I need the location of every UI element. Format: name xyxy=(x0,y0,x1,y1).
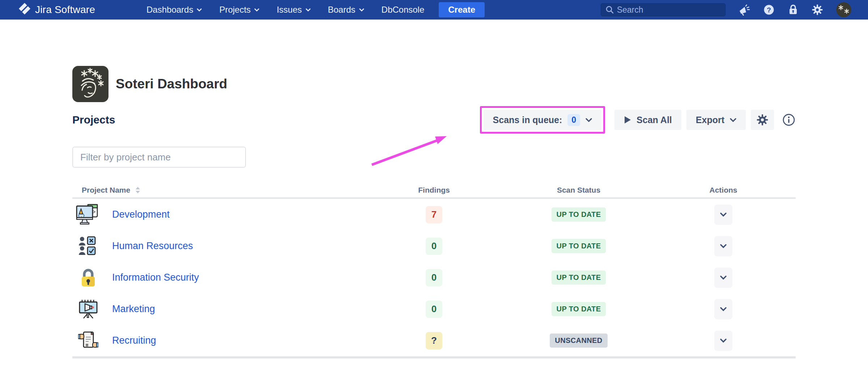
findings-badge: 0 xyxy=(426,238,442,255)
nav-item-projects[interactable]: Projects xyxy=(219,5,259,15)
jira-brand[interactable]: Jira Software xyxy=(18,2,95,18)
chevron-down-icon xyxy=(306,8,311,12)
lock-icon[interactable] xyxy=(788,4,799,16)
findings-badge: ? xyxy=(426,332,442,349)
settings-button[interactable] xyxy=(751,110,774,130)
project-link[interactable]: Information Security xyxy=(112,272,199,283)
table-row: Recruiting ? UNSCANNED xyxy=(72,325,796,356)
chevron-down-icon xyxy=(720,276,727,280)
chevron-down-icon xyxy=(720,244,727,248)
create-button[interactable]: Create xyxy=(439,2,485,17)
search-icon xyxy=(605,5,613,14)
table-header: Project Name Findings Scan Status Action… xyxy=(72,183,796,199)
project-link[interactable]: Human Resources xyxy=(112,240,193,252)
sort-icon xyxy=(135,186,140,194)
nav-item-dashboards[interactable]: Dashboards xyxy=(146,5,202,15)
play-icon xyxy=(624,116,631,124)
top-navbar: Jira Software Dashboards Projects Issues… xyxy=(0,0,868,20)
marketing-icon xyxy=(75,299,102,319)
search-input[interactable] xyxy=(617,5,721,15)
row-actions-button[interactable] xyxy=(714,205,732,225)
scan-all-button[interactable]: Scan All xyxy=(614,110,681,130)
nav-item-dbconsole[interactable]: DbConsole xyxy=(382,5,425,15)
scans-in-queue-label: Scans in queue: xyxy=(493,115,562,125)
scans-in-queue-count: 0 xyxy=(567,114,580,126)
gear-icon[interactable] xyxy=(812,4,823,16)
information-security-icon xyxy=(75,268,102,288)
user-avatar[interactable] xyxy=(836,2,851,17)
filter-section xyxy=(72,147,796,168)
table-body: <> {.} Development 7 UP TO DATE xyxy=(72,199,796,358)
status-badge: UP TO DATE xyxy=(552,239,606,253)
chevron-down-icon xyxy=(730,118,736,122)
export-button[interactable]: Export xyxy=(686,110,746,130)
projects-heading: Projects xyxy=(72,114,115,126)
projects-table: Project Name Findings Scan Status Action… xyxy=(72,183,796,358)
help-icon[interactable]: ? xyxy=(763,4,775,16)
table-row: Marketing 0 UP TO DATE xyxy=(72,293,796,325)
navbar-right: ? xyxy=(601,2,851,17)
main-content: Soteri Dashboard Projects Scans in queue… xyxy=(0,66,868,358)
recruiting-icon xyxy=(75,331,102,350)
scans-in-queue-button[interactable]: Scans in queue: 0 xyxy=(484,110,602,130)
announcement-icon[interactable] xyxy=(739,4,750,16)
toolbar-row: Projects Scans in queue: 0 Scan All Expo… xyxy=(72,106,796,134)
column-header-actions: Actions xyxy=(680,186,796,194)
status-badge: UP TO DATE xyxy=(552,207,606,222)
project-link[interactable]: Marketing xyxy=(112,303,155,315)
chevron-down-icon xyxy=(359,8,364,12)
info-icon xyxy=(782,113,796,127)
app-header: Soteri Dashboard xyxy=(72,66,796,102)
findings-badge: 0 xyxy=(426,301,442,318)
column-header-project-name[interactable]: Project Name xyxy=(72,186,391,194)
status-badge: UP TO DATE xyxy=(552,302,606,316)
findings-badge: 7 xyxy=(426,206,442,223)
development-icon: <> {.} xyxy=(75,204,102,226)
global-search[interactable] xyxy=(601,3,726,16)
status-badge: UP TO DATE xyxy=(552,270,606,285)
table-row: Human Resources 0 UP TO DATE xyxy=(72,230,796,262)
project-filter-input[interactable] xyxy=(72,147,246,168)
table-row: <> {.} Development 7 UP TO DATE xyxy=(72,199,796,230)
status-badge: UNSCANNED xyxy=(550,333,607,348)
nav-menu: Dashboards Projects Issues Boards DbCons… xyxy=(146,5,424,15)
soteri-logo xyxy=(72,66,109,102)
chevron-down-icon xyxy=(720,213,727,217)
chevron-down-icon xyxy=(254,8,259,12)
chevron-down-icon xyxy=(586,118,592,122)
nav-item-issues[interactable]: Issues xyxy=(277,5,310,15)
chevron-down-icon xyxy=(197,8,202,12)
human-resources-icon xyxy=(75,236,102,256)
page-title: Soteri Dashboard xyxy=(116,76,227,92)
findings-badge: 0 xyxy=(426,269,442,286)
row-actions-button[interactable] xyxy=(714,268,732,288)
svg-text:?: ? xyxy=(767,6,771,14)
chevron-down-icon xyxy=(720,339,727,343)
table-row: Information Security 0 UP TO DATE xyxy=(72,262,796,293)
jira-logo-icon xyxy=(18,2,31,18)
row-actions-button[interactable] xyxy=(714,331,732,351)
chevron-down-icon xyxy=(720,307,727,311)
brand-label: Jira Software xyxy=(35,4,95,16)
annotation-highlight-box: Scans in queue: 0 xyxy=(480,106,605,134)
project-link[interactable]: Recruiting xyxy=(112,335,156,346)
column-header-scan-status: Scan Status xyxy=(477,186,680,194)
row-actions-button[interactable] xyxy=(714,299,732,319)
row-actions-button[interactable] xyxy=(714,236,732,256)
gear-icon xyxy=(756,114,769,126)
column-header-findings: Findings xyxy=(391,186,477,194)
nav-item-boards[interactable]: Boards xyxy=(328,5,364,15)
toolbar-buttons: Scan All Export xyxy=(614,110,796,130)
project-link[interactable]: Development xyxy=(112,209,170,220)
info-button[interactable] xyxy=(779,110,796,130)
